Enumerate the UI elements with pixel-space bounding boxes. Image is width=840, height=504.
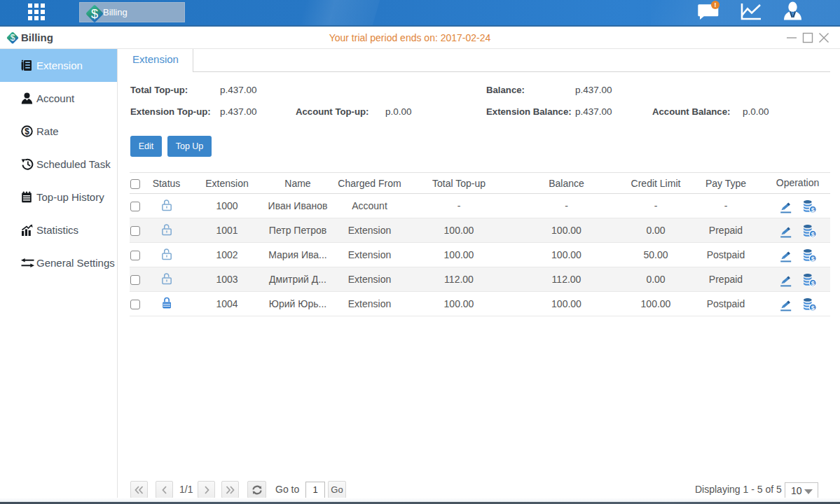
svg-text:$: $ (91, 7, 98, 21)
svg-text:!: ! (715, 1, 717, 8)
svg-text:$: $ (25, 127, 29, 136)
